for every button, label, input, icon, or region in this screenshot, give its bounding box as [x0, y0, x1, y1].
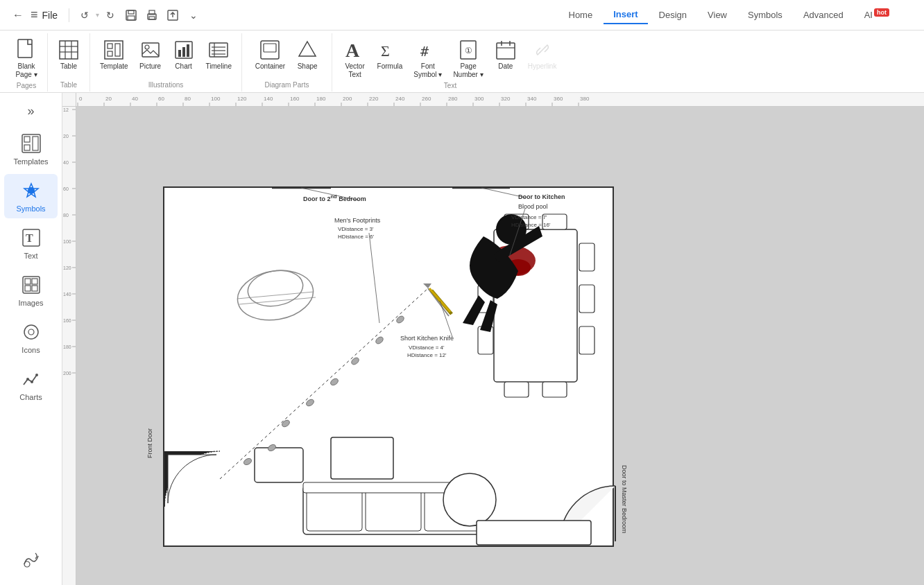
print-button[interactable]	[142, 6, 162, 25]
chart-icon	[173, 39, 195, 61]
container-label: Container	[255, 62, 285, 71]
sidebar-item-images[interactable]: Images	[4, 268, 58, 313]
svg-point-155	[243, 457, 253, 466]
ribbon-item-vector-text[interactable]: A VectorText	[340, 36, 370, 82]
tab-insert[interactable]: Insert	[604, 6, 647, 24]
formula-icon: Σ	[379, 39, 401, 61]
svg-text:260: 260	[422, 96, 431, 102]
svg-rect-43	[24, 145, 30, 150]
formula-label: Formula	[377, 62, 403, 71]
ribbon-item-page-number[interactable]: ① PageNumber ▾	[449, 36, 487, 82]
svg-text:0: 0	[79, 96, 83, 102]
sidebar-item-symbols[interactable]: Symbols	[4, 174, 58, 218]
svg-marker-30	[299, 42, 316, 56]
svg-rect-135	[307, 489, 362, 531]
svg-rect-50	[32, 279, 37, 284]
sidebar-item-icons[interactable]: Icons	[4, 315, 58, 360]
canvas-content: Front Door Door to Master Bedroom Door t…	[76, 107, 701, 585]
container-icon	[259, 39, 281, 61]
tab-symbols[interactable]: Symbols	[738, 6, 792, 24]
sidebar-item-charts[interactable]: Charts	[4, 363, 58, 407]
svg-point-18	[145, 45, 149, 49]
export-button[interactable]	[163, 6, 182, 25]
svg-rect-42	[24, 137, 30, 142]
ribbon-group-pages-label: Pages	[17, 82, 36, 92]
sidebar-item-more[interactable]	[4, 543, 58, 579]
svg-text:180: 180	[63, 344, 71, 349]
svg-point-161	[375, 335, 384, 345]
svg-rect-128	[579, 285, 594, 313]
ribbon-item-formula[interactable]: Σ Formula	[373, 36, 407, 73]
sidebar-item-templates[interactable]: Templates	[4, 127, 58, 171]
tab-home[interactable]: Home	[559, 6, 603, 24]
ribbon-group-text-label: Text	[444, 82, 456, 92]
svg-text:T: T	[26, 232, 33, 244]
ribbon-item-hyperlink: Hyperlink	[524, 36, 561, 73]
svg-rect-15	[108, 51, 112, 56]
images-label: Images	[18, 299, 43, 307]
svg-text:100: 100	[63, 239, 71, 244]
save-button[interactable]	[121, 6, 141, 25]
svg-rect-14	[108, 44, 112, 49]
svg-text:40: 40	[63, 160, 69, 165]
ribbon-item-font-symbol[interactable]: # FontSymbol ▾	[409, 36, 446, 82]
svg-line-164	[481, 188, 525, 198]
images-icon	[20, 274, 42, 296]
redo-button[interactable]: ↻	[101, 6, 120, 25]
ribbon-item-container[interactable]: Container	[251, 36, 289, 73]
svg-text:20: 20	[63, 134, 69, 139]
svg-text:Front Door: Front Door	[146, 428, 153, 458]
ribbon-item-picture[interactable]: Picture	[135, 36, 166, 73]
undo-arrow: ▾	[96, 11, 99, 19]
page-number-label: PageNumber ▾	[453, 62, 483, 79]
svg-point-160	[350, 356, 360, 366]
tab-design[interactable]: Design	[649, 6, 696, 24]
ribbon: BlankPage ▾ Pages Table Table Template	[0, 30, 924, 93]
svg-rect-44	[33, 137, 38, 150]
sidebar-item-text[interactable]: T Text	[4, 221, 58, 265]
tab-advanced[interactable]: Advanced	[794, 6, 853, 24]
more-button[interactable]: ⌄	[184, 6, 203, 25]
ribbon-group-text: A VectorText Σ Formula # FontSymbol ▾ ①	[332, 33, 568, 91]
svg-marker-151	[423, 283, 431, 288]
svg-text:120: 120	[237, 96, 247, 102]
ribbon-item-date[interactable]: Date	[490, 36, 521, 73]
svg-text:200: 200	[343, 96, 352, 102]
template-label: Template	[100, 62, 128, 71]
hamburger-icon[interactable]: ≡	[31, 8, 38, 22]
ribbon-group-table: Table Table	[48, 33, 90, 91]
icons-icon	[20, 321, 42, 343]
tab-ai[interactable]: AIhot	[855, 6, 899, 24]
left-sidebar: » Templates Symbols T Text Images	[0, 93, 62, 585]
hyperlink-label: Hyperlink	[528, 62, 557, 71]
svg-rect-21	[182, 47, 185, 57]
canvas-area[interactable]: 0204060801001201401601802002202402602803…	[62, 93, 924, 585]
svg-line-165	[369, 233, 379, 323]
svg-text:100: 100	[211, 96, 221, 102]
diagram-container[interactable]: Front Door Door to Master Bedroom Door t…	[163, 186, 614, 547]
svg-rect-49	[25, 279, 31, 284]
tab-view[interactable]: View	[698, 6, 737, 24]
ribbon-item-chart[interactable]: Chart	[169, 36, 199, 73]
ai-hot-badge: hot	[874, 8, 889, 17]
svg-rect-141	[477, 521, 591, 545]
svg-text:80: 80	[185, 96, 191, 102]
undo-button[interactable]: ↺	[75, 6, 94, 25]
ribbon-item-blank-page[interactable]: BlankPage ▾	[11, 36, 42, 82]
ribbon-item-template[interactable]: Template	[96, 36, 132, 73]
ribbon-item-shape[interactable]: Shape	[292, 36, 323, 73]
template-icon	[103, 39, 125, 61]
ribbon-item-timeline[interactable]: Timeline	[202, 36, 236, 73]
back-button[interactable]: ←	[8, 6, 28, 25]
sidebar-collapse-button[interactable]: »	[0, 98, 62, 124]
canvas-scroll[interactable]: Front Door Door to Master Bedroom Door t…	[76, 107, 924, 585]
svg-rect-132	[504, 382, 529, 397]
svg-text:380: 380	[580, 96, 590, 102]
ribbon-item-table[interactable]: Table	[53, 36, 84, 73]
svg-text:12: 12	[63, 107, 69, 112]
svg-rect-22	[187, 44, 189, 57]
svg-text:60: 60	[158, 96, 164, 102]
svg-text:Door to Master Bedroom: Door to Master Bedroom	[621, 465, 628, 534]
svg-rect-17	[142, 43, 159, 57]
blank-page-label: BlankPage ▾	[15, 62, 37, 79]
